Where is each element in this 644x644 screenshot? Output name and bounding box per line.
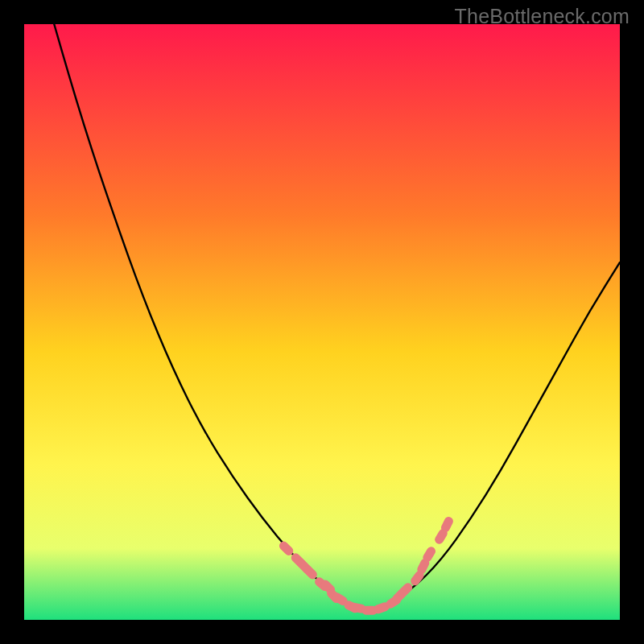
chart-svg (24, 24, 620, 620)
chart-frame: TheBottleneck.com (0, 0, 644, 644)
gradient-background (24, 24, 620, 620)
plot-area (24, 24, 620, 620)
watermark-text: TheBottleneck.com (455, 5, 630, 28)
